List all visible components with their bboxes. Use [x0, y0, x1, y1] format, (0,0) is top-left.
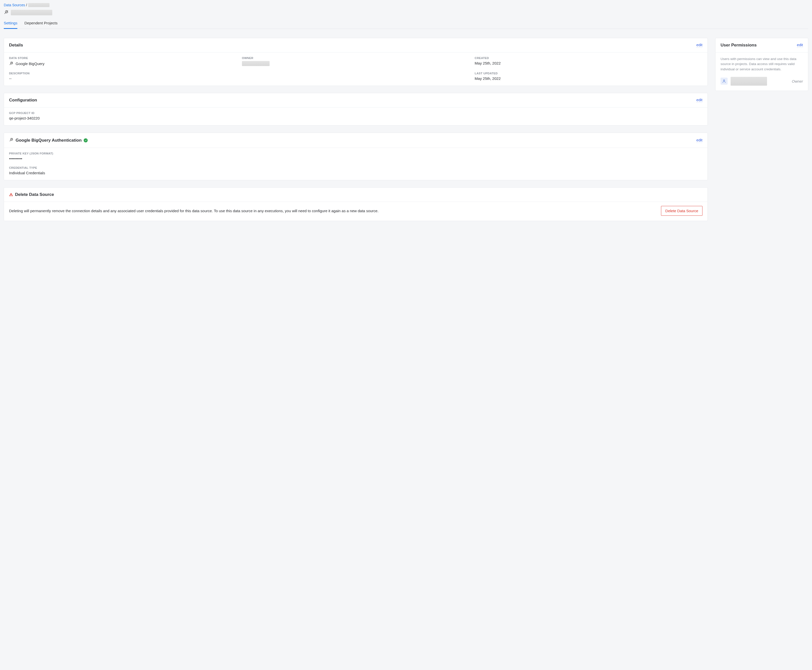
- last-updated-value: May 25th, 2022: [475, 76, 702, 81]
- permission-role: Owner: [792, 79, 803, 83]
- data-store-text: Google BigQuery: [15, 61, 44, 66]
- delete-title: Delete Data Source: [9, 192, 54, 197]
- page-title-text: [11, 10, 52, 15]
- details-title: Details: [9, 43, 23, 48]
- breadcrumb-separator: /: [26, 3, 27, 7]
- description-label: DESCRIPTION: [9, 72, 237, 75]
- details-card: Details edit DATA STORE Google BigQuery: [4, 38, 708, 86]
- owner-label: OWNER: [242, 56, 470, 59]
- svg-point-0: [723, 80, 725, 81]
- permission-row: Owner: [720, 77, 803, 86]
- user-icon: [720, 78, 727, 85]
- tab-settings[interactable]: Settings: [4, 21, 17, 29]
- plug-icon: [9, 61, 14, 66]
- configuration-card: Configuration edit GCP PROJECT ID qe-pro…: [4, 93, 708, 125]
- configuration-edit-link[interactable]: edit: [697, 98, 702, 103]
- authentication-title: Google BigQuery Authentication: [9, 137, 88, 143]
- created-label: CREATED: [475, 56, 702, 59]
- plug-icon: [9, 137, 14, 143]
- user-permissions-title: User Permissions: [720, 43, 757, 48]
- delete-description: Deleting will permanently remove the con…: [9, 208, 653, 214]
- authentication-title-text: Google BigQuery Authentication: [15, 138, 81, 143]
- delete-title-text: Delete Data Source: [15, 192, 54, 197]
- tab-dependent-projects[interactable]: Dependent Projects: [24, 21, 58, 29]
- warning-icon: [9, 193, 13, 196]
- credential-type-value: Individual Credentials: [9, 171, 702, 175]
- page-title: [4, 10, 808, 15]
- delete-data-source-button[interactable]: Delete Data Source: [661, 206, 702, 216]
- private-key-value: ••••••••••: [9, 156, 702, 161]
- user-permissions-edit-link[interactable]: edit: [797, 43, 803, 48]
- description-value: --: [9, 76, 237, 81]
- owner-value: [242, 61, 270, 66]
- user-permissions-description: Users with permissions can view and use …: [720, 56, 803, 72]
- gcp-project-id-value: qe-project-340220: [9, 116, 702, 120]
- checkmark-success-icon: [84, 139, 88, 142]
- configuration-title: Configuration: [9, 98, 37, 103]
- credential-type-label: CREDENTIAL TYPE: [9, 166, 702, 169]
- details-edit-link[interactable]: edit: [697, 43, 702, 48]
- breadcrumb-current: [28, 3, 49, 7]
- delete-card: Delete Data Source Deleting will permane…: [4, 187, 708, 221]
- permission-user-name: [731, 77, 767, 86]
- plug-icon: [4, 10, 9, 15]
- breadcrumb-root-link[interactable]: Data Sources: [4, 3, 25, 7]
- authentication-edit-link[interactable]: edit: [697, 138, 702, 143]
- tabs: Settings Dependent Projects: [4, 21, 808, 29]
- user-permissions-card: User Permissions edit Users with permiss…: [715, 38, 808, 91]
- data-store-label: DATA STORE: [9, 56, 237, 59]
- private-key-label: PRIVATE KEY (JSON FORMAT): [9, 152, 702, 155]
- created-value: May 25th, 2022: [475, 61, 702, 65]
- last-updated-label: LAST UPDATED: [475, 72, 702, 75]
- breadcrumb: Data Sources /: [4, 3, 808, 7]
- gcp-project-id-label: GCP PROJECT ID: [9, 112, 702, 115]
- authentication-card: Google BigQuery Authentication edit PRIV…: [4, 133, 708, 180]
- data-store-value: Google BigQuery: [9, 61, 237, 66]
